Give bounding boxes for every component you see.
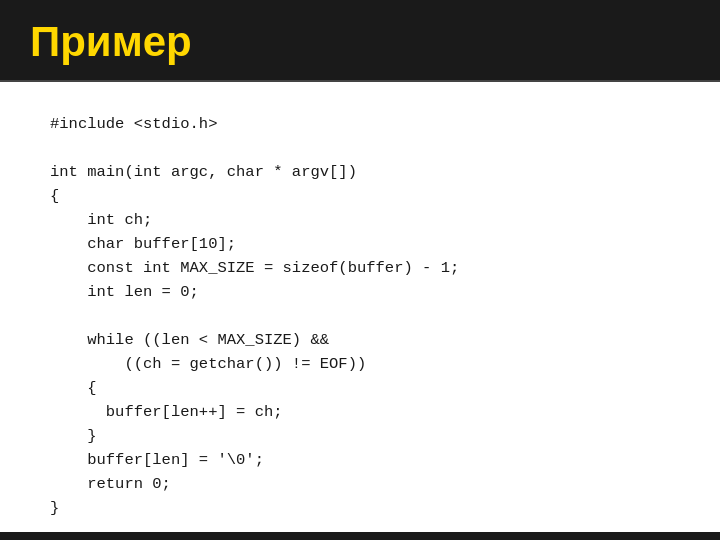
header: Пример [0,0,720,82]
page-title: Пример [30,18,192,65]
code-block: #include <stdio.h> int main(int argc, ch… [50,112,670,520]
content-area: #include <stdio.h> int main(int argc, ch… [0,82,720,532]
